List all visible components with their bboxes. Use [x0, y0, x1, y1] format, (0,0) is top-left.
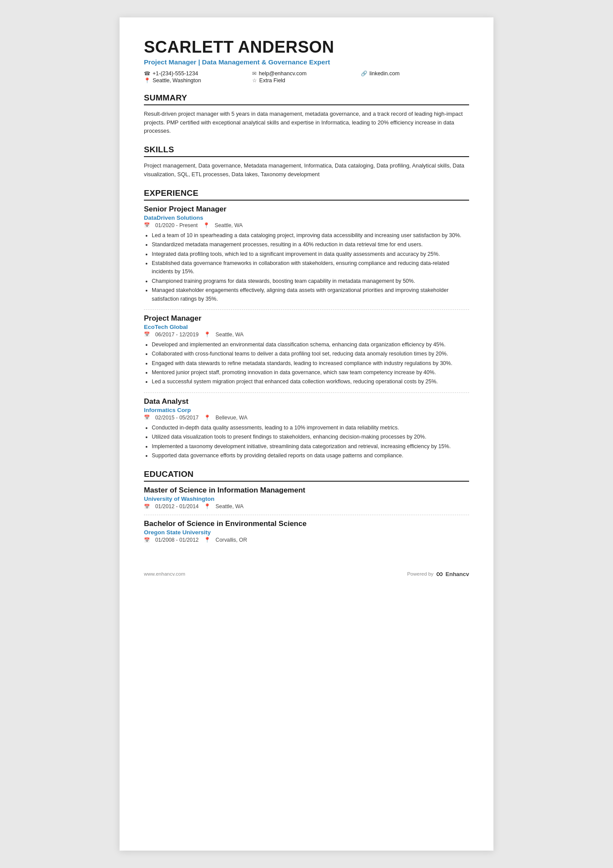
job-0-title: Senior Project Manager — [144, 205, 469, 214]
experience-title: EXPERIENCE — [144, 188, 469, 201]
bullet-0-4: Championed training programs for data st… — [152, 277, 469, 285]
edu-1-degree: Bachelor of Science in Environmental Sci… — [144, 519, 469, 528]
job-1-bullets: Developed and implemented an environment… — [144, 341, 469, 386]
job-2-location: Bellevue, WA — [216, 415, 247, 421]
edu-location-icon-1: 📍 — [204, 537, 210, 543]
job-2-date: 02/2015 - 05/2017 — [155, 415, 199, 421]
location-icon-2: 📍 — [204, 415, 210, 421]
bullet-2-2: Implemented a taxonomy development initi… — [152, 442, 469, 451]
contact-linkedin: 🔗 linkedin.com — [361, 70, 469, 77]
experience-section: EXPERIENCE Senior Project Manager DataDr… — [144, 188, 469, 460]
calendar-icon-1: 📅 — [144, 332, 150, 337]
job-1: Project Manager EcoTech Global 📅 06/2017… — [144, 314, 469, 386]
bullet-0-3: Established data governance frameworks i… — [152, 259, 469, 276]
resume-document: SCARLETT ANDERSON Project Manager | Data… — [120, 17, 493, 851]
education-title: EDUCATION — [144, 469, 469, 482]
email-icon: ✉ — [252, 70, 257, 77]
job-0-meta: 📅 01/2020 - Present 📍 Seattle, WA — [144, 222, 469, 228]
contact-info: ☎ +1-(234)-555-1234 ✉ help@enhancv.com 🔗… — [144, 70, 469, 84]
job-1-title: Project Manager — [144, 314, 469, 323]
edu-0-meta: 📅 01/2012 - 01/2014 📍 Seattle, WA — [144, 503, 469, 509]
job-0-bullets: Led a team of 10 in spearheading a data … — [144, 231, 469, 303]
edu-0-location: Seattle, WA — [216, 503, 243, 509]
candidate-name: SCARLETT ANDERSON — [144, 38, 469, 57]
bullet-0-1: Standardized metadata management process… — [152, 241, 469, 249]
education-section: EDUCATION Master of Science in Informati… — [144, 469, 469, 543]
edu-1: Bachelor of Science in Environmental Sci… — [144, 519, 469, 543]
summary-section: SUMMARY Result-driven project manager wi… — [144, 93, 469, 135]
contact-location: 📍 Seattle, Washington — [144, 77, 252, 84]
bullet-1-1: Collaborated with cross-functional teams… — [152, 350, 469, 358]
edu-divider-0 — [144, 515, 469, 515]
job-divider-0 — [144, 309, 469, 310]
bullet-2-1: Utilized data visualization tools to pre… — [152, 433, 469, 441]
edu-calendar-icon-1: 📅 — [144, 537, 150, 543]
location-icon: 📍 — [144, 77, 150, 84]
skills-title: SKILLS — [144, 145, 469, 157]
job-2-title: Data Analyst — [144, 397, 469, 406]
brand-name: Enhancv — [446, 571, 469, 577]
bullet-2-3: Supported data governance efforts by pro… — [152, 452, 469, 460]
calendar-icon-0: 📅 — [144, 222, 150, 228]
job-0-date: 01/2020 - Present — [155, 222, 198, 228]
bullet-1-3: Mentored junior project staff, promoting… — [152, 369, 469, 377]
edu-1-date: 01/2008 - 01/2012 — [155, 537, 199, 543]
edu-location-icon-0: 📍 — [204, 503, 210, 509]
infinity-icon: ∞ — [436, 569, 443, 579]
edu-1-location: Corvallis, OR — [216, 537, 247, 543]
edu-1-meta: 📅 01/2008 - 01/2012 📍 Corvallis, OR — [144, 537, 469, 543]
edu-0-date: 01/2012 - 01/2014 — [155, 503, 199, 509]
edu-calendar-icon-0: 📅 — [144, 504, 150, 509]
job-2-meta: 📅 02/2015 - 05/2017 📍 Bellevue, WA — [144, 415, 469, 421]
contact-phone: ☎ +1-(234)-555-1234 — [144, 70, 252, 77]
job-1-company: EcoTech Global — [144, 324, 469, 330]
job-1-date: 06/2017 - 12/2019 — [155, 332, 199, 338]
footer-website: www.enhancv.com — [144, 571, 185, 576]
linkedin-icon: 🔗 — [361, 70, 367, 77]
location-icon-1: 📍 — [204, 332, 210, 338]
job-divider-1 — [144, 392, 469, 393]
bullet-1-2: Engaged with data stewards to refine met… — [152, 359, 469, 368]
star-icon: ☆ — [252, 77, 257, 84]
bullet-1-4: Led a successful system migration projec… — [152, 378, 469, 386]
job-2-company: Informatics Corp — [144, 407, 469, 413]
bullet-1-0: Developed and implemented an environment… — [152, 341, 469, 349]
job-2-bullets: Conducted in-depth data quality assessme… — [144, 424, 469, 460]
edu-0-institution: University of Washington — [144, 496, 469, 502]
powered-by-label: Powered by — [407, 571, 433, 576]
edu-0: Master of Science in Information Managem… — [144, 486, 469, 509]
edu-1-institution: Oregon State University — [144, 529, 469, 536]
job-0-company: DataDriven Solutions — [144, 214, 469, 221]
location-icon-0: 📍 — [203, 222, 210, 228]
resume-footer: www.enhancv.com Powered by ∞ Enhancv — [144, 569, 469, 579]
edu-0-degree: Master of Science in Information Managem… — [144, 486, 469, 495]
calendar-icon-2: 📅 — [144, 415, 150, 420]
job-0: Senior Project Manager DataDriven Soluti… — [144, 205, 469, 303]
summary-title: SUMMARY — [144, 93, 469, 105]
bullet-0-2: Integrated data profiling tools, which l… — [152, 250, 469, 258]
job-0-location: Seattle, WA — [215, 222, 243, 228]
bullet-2-0: Conducted in-depth data quality assessme… — [152, 424, 469, 432]
candidate-title: Project Manager | Data Management & Gove… — [144, 58, 469, 66]
skills-text: Project management, Data governance, Met… — [144, 161, 469, 179]
bullet-0-5: Managed stakeholder engagements effectiv… — [152, 286, 469, 303]
header-section: SCARLETT ANDERSON Project Manager | Data… — [144, 38, 469, 84]
contact-extra: ☆ Extra Field — [252, 77, 360, 84]
job-1-meta: 📅 06/2017 - 12/2019 📍 Seattle, WA — [144, 332, 469, 338]
contact-email: ✉ help@enhancv.com — [252, 70, 360, 77]
skills-section: SKILLS Project management, Data governan… — [144, 145, 469, 179]
job-2: Data Analyst Informatics Corp 📅 02/2015 … — [144, 397, 469, 460]
phone-icon: ☎ — [144, 70, 150, 77]
job-1-location: Seattle, WA — [216, 332, 243, 338]
bullet-0-0: Led a team of 10 in spearheading a data … — [152, 231, 469, 240]
footer-brand: Powered by ∞ Enhancv — [407, 569, 469, 579]
summary-text: Result-driven project manager with 5 yea… — [144, 110, 469, 135]
